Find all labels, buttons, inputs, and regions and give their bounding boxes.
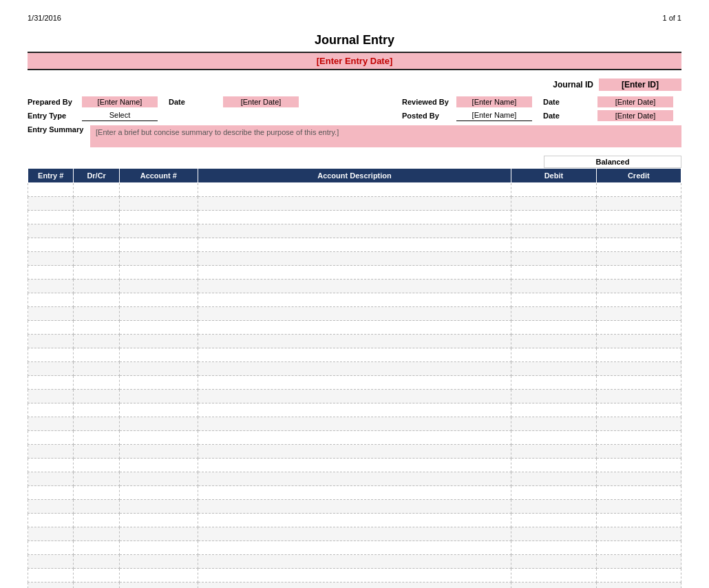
table-cell[interactable]: [511, 183, 596, 197]
table-cell[interactable]: [28, 390, 74, 403]
table-row[interactable]: [28, 445, 681, 459]
table-cell[interactable]: [28, 555, 74, 569]
table-cell[interactable]: [596, 555, 681, 569]
table-row[interactable]: [28, 472, 681, 486]
table-cell[interactable]: [119, 527, 198, 541]
table-cell[interactable]: [511, 348, 596, 362]
table-cell[interactable]: [198, 224, 511, 238]
table-row[interactable]: [28, 293, 681, 307]
table-cell[interactable]: [119, 252, 198, 266]
table-cell[interactable]: [511, 555, 596, 569]
table-cell[interactable]: [28, 252, 74, 266]
table-cell[interactable]: [119, 555, 198, 569]
table-cell[interactable]: [28, 500, 74, 514]
table-cell[interactable]: [74, 224, 119, 238]
table-cell[interactable]: [74, 390, 119, 403]
table-row[interactable]: [28, 211, 681, 224]
table-cell[interactable]: [511, 417, 596, 431]
table-cell[interactable]: [74, 348, 119, 362]
table-cell[interactable]: [198, 280, 511, 293]
table-cell[interactable]: [28, 514, 74, 527]
table-cell[interactable]: [74, 211, 119, 224]
table-cell[interactable]: [511, 197, 596, 211]
table-cell[interactable]: [119, 582, 198, 589]
table-cell[interactable]: [28, 541, 74, 555]
date-value-3[interactable]: [Enter Date]: [597, 110, 673, 121]
table-cell[interactable]: [198, 211, 511, 224]
table-cell[interactable]: [596, 266, 681, 280]
table-cell[interactable]: [119, 280, 198, 293]
table-cell[interactable]: [28, 280, 74, 293]
entry-date-bar[interactable]: [Enter Entry Date]: [28, 52, 681, 70]
table-cell[interactable]: [74, 293, 119, 307]
table-cell[interactable]: [596, 348, 681, 362]
table-row[interactable]: [28, 541, 681, 555]
table-cell[interactable]: [119, 486, 198, 500]
table-cell[interactable]: [596, 569, 681, 582]
table-cell[interactable]: [511, 252, 596, 266]
table-cell[interactable]: [74, 459, 119, 472]
table-row[interactable]: [28, 500, 681, 514]
table-cell[interactable]: [119, 569, 198, 582]
table-cell[interactable]: [28, 183, 74, 197]
table-row[interactable]: [28, 376, 681, 390]
table-cell[interactable]: [596, 197, 681, 211]
table-cell[interactable]: [119, 390, 198, 403]
date-value-2[interactable]: [Enter Date]: [597, 96, 673, 107]
table-cell[interactable]: [74, 362, 119, 376]
table-cell[interactable]: [28, 335, 74, 348]
table-cell[interactable]: [74, 527, 119, 541]
table-cell[interactable]: [28, 403, 74, 417]
table-cell[interactable]: [74, 417, 119, 431]
table-cell[interactable]: [511, 307, 596, 321]
table-cell[interactable]: [198, 321, 511, 335]
table-cell[interactable]: [198, 486, 511, 500]
table-cell[interactable]: [119, 335, 198, 348]
table-cell[interactable]: [119, 238, 198, 252]
table-cell[interactable]: [74, 403, 119, 417]
table-cell[interactable]: [28, 307, 74, 321]
table-cell[interactable]: [198, 445, 511, 459]
table-cell[interactable]: [596, 403, 681, 417]
table-row[interactable]: [28, 555, 681, 569]
table-cell[interactable]: [511, 445, 596, 459]
table-cell[interactable]: [28, 362, 74, 376]
table-cell[interactable]: [596, 417, 681, 431]
table-cell[interactable]: [198, 376, 511, 390]
table-cell[interactable]: [119, 348, 198, 362]
table-cell[interactable]: [28, 238, 74, 252]
table-cell[interactable]: [74, 582, 119, 589]
table-cell[interactable]: [119, 445, 198, 459]
table-cell[interactable]: [511, 266, 596, 280]
table-cell[interactable]: [198, 431, 511, 445]
table-cell[interactable]: [119, 197, 198, 211]
table-cell[interactable]: [74, 280, 119, 293]
table-cell[interactable]: [119, 472, 198, 486]
table-cell[interactable]: [596, 431, 681, 445]
table-cell[interactable]: [74, 335, 119, 348]
table-cell[interactable]: [74, 541, 119, 555]
table-cell[interactable]: [74, 431, 119, 445]
table-cell[interactable]: [198, 335, 511, 348]
table-cell[interactable]: [511, 376, 596, 390]
table-cell[interactable]: [28, 486, 74, 500]
table-cell[interactable]: [198, 403, 511, 417]
table-cell[interactable]: [119, 211, 198, 224]
table-cell[interactable]: [596, 527, 681, 541]
table-row[interactable]: [28, 266, 681, 280]
table-cell[interactable]: [198, 514, 511, 527]
table-cell[interactable]: [119, 459, 198, 472]
table-cell[interactable]: [74, 238, 119, 252]
table-cell[interactable]: [28, 472, 74, 486]
table-cell[interactable]: [198, 183, 511, 197]
table-cell[interactable]: [119, 183, 198, 197]
table-row[interactable]: [28, 417, 681, 431]
table-cell[interactable]: [119, 431, 198, 445]
table-cell[interactable]: [28, 431, 74, 445]
table-cell[interactable]: [28, 266, 74, 280]
table-cell[interactable]: [119, 224, 198, 238]
table-cell[interactable]: [28, 224, 74, 238]
table-cell[interactable]: [28, 459, 74, 472]
table-cell[interactable]: [596, 211, 681, 224]
table-cell[interactable]: [74, 321, 119, 335]
